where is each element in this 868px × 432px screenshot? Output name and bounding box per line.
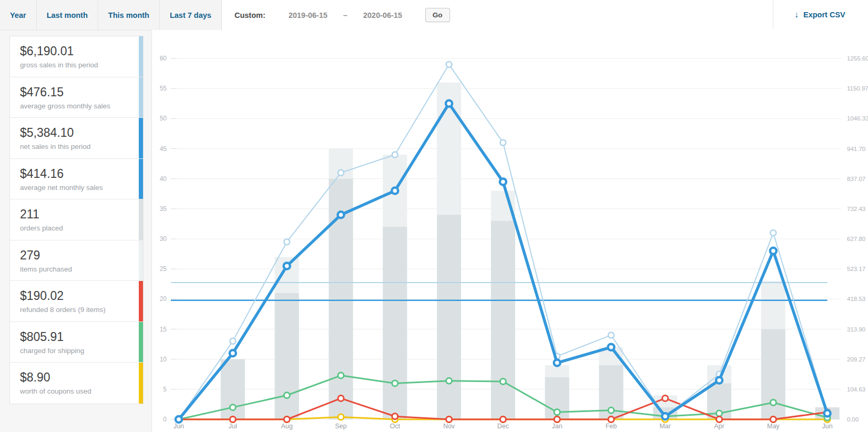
point-refund-amount-Apr[interactable] [717,417,722,423]
point-shipping-amount-Jul[interactable] [230,405,236,410]
legend-label: worth of coupons used [20,387,129,395]
legend-accent-strip [139,36,143,77]
report-sidebar-legend: $6,190.01gross sales in this period$476.… [9,36,144,404]
legend-value: $414.16 [20,167,129,181]
point-refund-amount-May[interactable] [770,417,776,423]
point-shipping-amount-May[interactable] [770,399,776,405]
point-gross-sales-amount-Sep[interactable] [338,170,344,176]
left-axis-label: 0 [163,416,167,423]
legend-value: $6,190.01 [20,44,129,58]
point-net-sales-amount-Nov[interactable] [446,101,452,107]
bar-orders-placed[interactable] [275,293,299,419]
left-axis-label: 5 [163,386,167,393]
point-net-sales-amount-Mar[interactable] [662,413,668,419]
tab-year[interactable]: Year [0,0,37,30]
point-gross-sales-amount-Dec[interactable] [500,140,506,146]
legend-value: 211 [20,207,129,222]
point-refund-amount-Jan[interactable] [554,417,560,423]
point-net-sales-amount-Apr[interactable] [716,377,722,384]
point-coupon-amount-Sep[interactable] [338,414,344,420]
legend-label: refunded 8 orders (9 items) [20,306,129,314]
date-to-input[interactable]: 2020-06-15 [359,9,406,22]
tab-last-month[interactable]: Last month [37,0,98,30]
right-axis-label: 523.17 [847,266,865,272]
point-shipping-amount-Feb[interactable] [608,407,614,413]
point-refund-amount-Oct[interactable] [392,414,398,419]
point-gross-sales-amount-Jul[interactable] [230,338,236,344]
legend-accent-strip [139,363,143,404]
point-gross-sales-amount-Nov[interactable] [446,62,452,67]
point-refund-amount-Mar[interactable] [662,395,668,401]
point-shipping-amount-Dec[interactable] [500,378,506,384]
legend-row-net-sales: $5,384.10net sales in this period [10,118,143,159]
date-from-input[interactable]: 2019-06-15 [284,9,332,22]
x-axis-label-May-11: May [767,423,780,430]
export-csv-button[interactable]: ↓ Export CSV [773,0,868,29]
bar-orders-placed[interactable] [383,227,407,419]
bar-orders-placed[interactable] [491,221,515,419]
point-net-sales-amount-Jun[interactable] [176,416,182,423]
export-csv-label: Export CSV [803,11,845,19]
go-button[interactable]: Go [425,8,450,22]
bar-orders-placed[interactable] [437,215,461,419]
left-axis-label: 60 [160,55,167,62]
point-refund-amount-Dec[interactable] [500,417,506,423]
legend-accent-strip [139,199,143,240]
point-net-sales-amount-May[interactable] [770,248,777,254]
point-refund-amount-Jul[interactable] [230,417,236,423]
right-axis-label: 1255.60 [847,55,868,62]
date-range-dash: – [343,11,348,19]
legend-label: orders placed [20,224,129,232]
right-axis-label: 418.53 [847,296,865,302]
point-net-sales-amount-Oct[interactable] [392,188,398,194]
point-net-sales-amount-Sep[interactable] [338,212,344,218]
point-shipping-amount-Jan[interactable] [554,409,560,415]
point-gross-sales-amount-May[interactable] [770,230,776,236]
x-axis-label-Apr-10: Apr [714,423,724,430]
left-axis-label: 15 [160,326,167,333]
point-refund-amount-Sep[interactable] [338,395,344,401]
download-arrow-icon: ↓ [794,10,799,19]
point-net-sales-amount-Jun[interactable] [824,410,831,417]
legend-label: gross sales in this period [20,61,129,69]
legend-row-average-net: $414.16average net monthly sales [10,159,143,200]
x-axis-label-Jul-1: Jul [229,423,237,430]
x-axis-label-Mar-9: Mar [659,423,671,430]
point-shipping-amount-Nov[interactable] [446,378,452,384]
point-net-sales-amount-Aug[interactable] [284,263,290,269]
legend-value: $805.91 [20,330,129,344]
legend-row-charged-for: $805.91charged for shipping [10,322,143,363]
custom-range-form: Custom: 2019-06-15 – 2020-06-15 Go [222,0,450,30]
point-gross-sales-amount-Oct[interactable] [392,152,398,157]
x-axis-label-Jun-12: Jun [822,423,833,430]
point-shipping-amount-Apr[interactable] [717,410,722,416]
point-shipping-amount-Oct[interactable] [392,380,398,386]
point-gross-sales-amount-Feb[interactable] [608,332,614,338]
point-refund-amount-Nov[interactable] [446,417,452,423]
right-axis-label: 941.70 [847,146,865,152]
point-refund-amount-Aug[interactable] [284,417,290,423]
tab-this-month[interactable]: This month [98,0,160,30]
point-shipping-amount-Sep[interactable] [338,373,344,378]
right-axis-label: 732.43 [847,206,865,212]
point-net-sales-amount-Dec[interactable] [500,178,506,185]
x-axis-label-Sep-3: Sep [335,423,346,430]
point-net-sales-amount-Jul[interactable] [230,350,236,356]
point-net-sales-amount-Feb[interactable] [608,344,614,350]
x-axis-label-Jun-0: Jun [173,423,184,430]
point-net-sales-amount-Jan[interactable] [554,360,560,366]
right-axis-label: 104.63 [847,386,865,393]
right-axis-label: 1150.97 [847,85,868,92]
legend-label: net sales in this period [20,143,129,150]
point-shipping-amount-Aug[interactable] [284,393,290,398]
legend-value: $190.02 [20,289,129,303]
point-refund-amount-Feb[interactable] [608,417,614,423]
legend-row-items-purchased: 279items purchased [10,240,143,282]
left-axis-label: 10 [160,356,167,363]
legend-label: average net monthly sales [20,184,129,192]
right-axis-label: 313.90 [847,326,865,333]
left-axis-label: 40 [160,175,167,183]
tab-last-7-days[interactable]: Last 7 days [160,0,221,30]
custom-range-label: Custom: [234,11,265,19]
point-gross-sales-amount-Aug[interactable] [284,239,290,245]
